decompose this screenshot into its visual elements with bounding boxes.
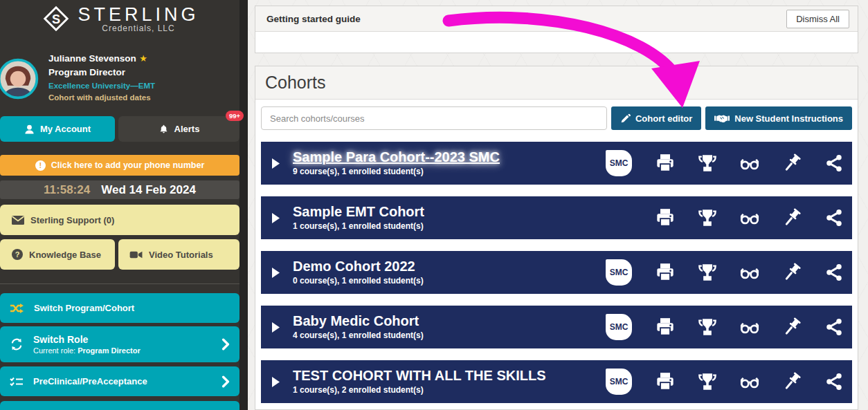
chevron-right-icon [221, 338, 230, 351]
envelope-icon [11, 214, 25, 226]
main-content: Getting started guide Dismiss All Cohort… [248, 0, 868, 410]
sidebar-divider [0, 283, 239, 284]
glasses-icon[interactable] [740, 208, 759, 227]
cohort-editor-label: Cohort editor [635, 113, 692, 124]
cohort-row: Baby Medic Cohort 4 course(s), 1 enrolle… [261, 306, 852, 348]
alerts-label: Alerts [174, 124, 200, 134]
sterling-support-label: Sterling Support (0) [30, 215, 114, 225]
exclamation-icon: ! [35, 160, 46, 171]
trophy-icon[interactable] [698, 372, 717, 391]
preclinical-button[interactable]: PreClinical/PreAcceptance [0, 366, 239, 396]
user-org: Excellence University—EMT [48, 81, 155, 91]
gavel-icon[interactable] [782, 317, 802, 337]
cohort-subtitle: 1 course(s), 2 enrolled student(s) [293, 386, 546, 395]
smc-badge: SMC [606, 259, 632, 286]
smc-badge: SMC [606, 150, 632, 176]
pencil-icon [620, 113, 631, 124]
svg-text:S: S [52, 12, 60, 26]
cohort-row: TEST COHORT WITH ALL THE SKILLS 1 course… [261, 360, 852, 403]
trophy-icon[interactable] [698, 317, 717, 337]
clock-time: 11:58:24 [44, 183, 90, 197]
shuffle-icon [10, 303, 24, 314]
gavel-icon[interactable] [782, 372, 802, 391]
share-icon[interactable] [824, 208, 844, 227]
switch-program-label: Switch Program/Cohort [34, 303, 134, 313]
print-icon[interactable] [655, 153, 675, 173]
alerts-button[interactable]: Alerts [118, 116, 239, 142]
search-input[interactable] [261, 106, 607, 130]
preclinical-label: PreClinical/PreAcceptance [33, 376, 147, 386]
user-name: Julianne Stevenson [48, 53, 136, 64]
cohort-title-link[interactable]: Sample EMT Cohort [293, 204, 424, 220]
knowledge-base-label: Knowledge Base [29, 250, 101, 260]
switch-role-button[interactable]: Switch Role Current role: Program Direct… [0, 326, 239, 362]
cohort-row: Sample Para Cohort--2023 SMC 9 course(s)… [261, 142, 852, 185]
print-icon[interactable] [655, 317, 675, 337]
next-sidebar-button-partial[interactable] [0, 401, 239, 410]
getting-started-title: Getting started guide [266, 14, 361, 24]
expand-caret-icon[interactable] [272, 158, 280, 169]
add-phone-banner[interactable]: ! Click here to add your phone number [0, 155, 239, 176]
gavel-icon[interactable] [782, 153, 802, 173]
expand-caret-icon[interactable] [272, 213, 280, 223]
avatar [0, 58, 39, 100]
dismiss-all-button[interactable]: Dismiss All [786, 10, 849, 28]
cohorts-panel: Cohorts Cohort editor [255, 66, 858, 410]
clock-date: Wed 14 Feb 2024 [101, 183, 196, 197]
cohort-subtitle: 1 course(s), 1 enrolled student(s) [293, 222, 424, 232]
cohort-editor-button[interactable]: Cohort editor [611, 106, 701, 130]
question-circle-icon: ? [11, 248, 24, 261]
print-icon[interactable] [655, 263, 675, 282]
checklist-icon [10, 376, 24, 387]
sidebar-edge [239, 0, 248, 410]
gavel-icon[interactable] [782, 263, 802, 282]
app-screen: S STERLING Credentials, LLC Julianne Ste… [0, 0, 868, 410]
print-icon[interactable] [655, 208, 675, 227]
trophy-icon[interactable] [698, 153, 717, 173]
share-icon[interactable] [824, 153, 844, 173]
switch-program-button[interactable]: Switch Program/Cohort [0, 293, 239, 323]
cohort-title-link[interactable]: Sample Para Cohort--2023 SMC [293, 149, 500, 165]
trophy-icon[interactable] [698, 208, 717, 227]
user-note: Cohort with adjusted dates [48, 93, 155, 102]
share-icon[interactable] [824, 317, 844, 337]
video-tutorials-label: Video Tutorials [149, 250, 213, 260]
glasses-icon[interactable] [740, 153, 759, 173]
add-phone-label: Click here to add your phone number [51, 160, 205, 170]
video-tutorials-button[interactable]: Video Tutorials [118, 239, 239, 270]
clock-bar: 11:58:24 Wed 14 Feb 2024 [0, 180, 239, 199]
glasses-icon[interactable] [740, 263, 759, 282]
new-student-instructions-label: New Student Instructions [734, 113, 843, 124]
glasses-icon[interactable] [740, 372, 759, 391]
cohort-row: Sample EMT Cohort 1 course(s), 1 enrolle… [261, 196, 852, 239]
sterling-support-button[interactable]: Sterling Support (0) [0, 205, 239, 235]
svg-text:?: ? [15, 250, 20, 259]
knowledge-base-button[interactable]: ? Knowledge Base [0, 239, 115, 270]
cohort-title-link[interactable]: TEST COHORT WITH ALL THE SKILLS [293, 368, 546, 384]
profile-block: Julianne Stevenson ★ Program Director Ex… [48, 51, 155, 103]
cohort-title-link[interactable]: Baby Medic Cohort [293, 313, 424, 329]
glasses-icon[interactable] [740, 317, 759, 337]
sidebar: S STERLING Credentials, LLC Julianne Ste… [0, 0, 239, 410]
share-icon[interactable] [824, 372, 844, 391]
cohort-subtitle: 4 course(s), 1 enrolled student(s) [293, 331, 424, 341]
print-icon[interactable] [655, 372, 675, 391]
getting-started-panel: Getting started guide Dismiss All [255, 6, 858, 53]
cohort-row: Demo Cohort 2022 0 course(s), 1 enrolled… [261, 251, 852, 294]
expand-caret-icon[interactable] [272, 268, 280, 278]
sync-icon [10, 337, 24, 351]
cohort-title-link[interactable]: Demo Cohort 2022 [293, 259, 424, 274]
my-account-label: My Account [40, 124, 91, 134]
cohort-subtitle: 9 course(s), 1 enrolled student(s) [293, 167, 500, 177]
expand-caret-icon[interactable] [272, 377, 280, 387]
trophy-icon[interactable] [698, 263, 717, 282]
my-account-button[interactable]: My Account [0, 116, 115, 142]
share-icon[interactable] [824, 263, 844, 282]
expand-caret-icon[interactable] [272, 322, 280, 333]
new-student-instructions-button[interactable]: New Student Instructions [705, 106, 852, 130]
person-icon [24, 124, 35, 135]
smc-badge: SMC [606, 314, 632, 340]
cohort-list: Sample Para Cohort--2023 SMC 9 course(s)… [255, 142, 858, 403]
gavel-icon[interactable] [782, 208, 802, 227]
alerts-count-badge: 99+ [226, 111, 244, 121]
